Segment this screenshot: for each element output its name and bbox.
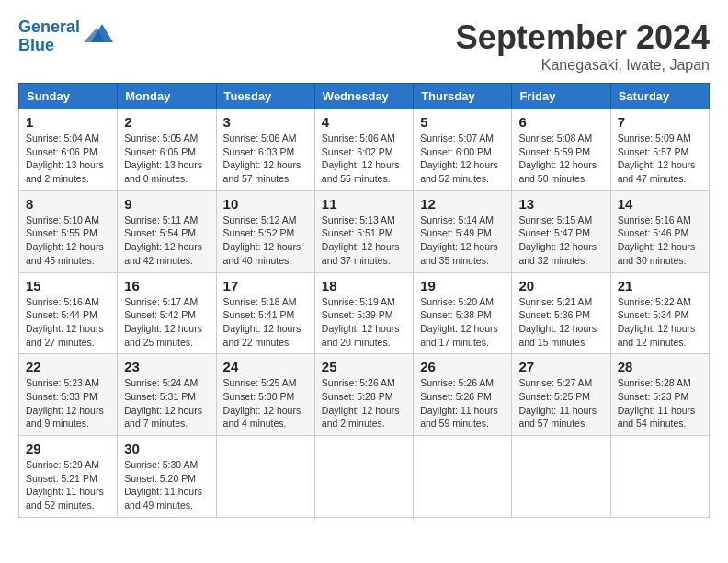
logo-text: GeneralBlue: [18, 18, 80, 55]
week-row-3: 15Sunrise: 5:16 AMSunset: 5:44 PMDayligh…: [19, 272, 710, 354]
location: Kanegasaki, Iwate, Japan: [456, 57, 710, 74]
day-number: 1: [26, 114, 110, 130]
day-info: Sunrise: 5:19 AMSunset: 5:39 PMDaylight:…: [322, 295, 406, 350]
day-info: Sunrise: 5:06 AMSunset: 6:02 PMDaylight:…: [322, 132, 406, 186]
day-info: Sunrise: 5:18 AMSunset: 5:41 PMDaylight:…: [223, 295, 308, 350]
day-info: Sunrise: 5:29 AMSunset: 5:21 PMDaylight:…: [26, 458, 110, 512]
day-info: Sunrise: 5:13 AMSunset: 5:51 PMDaylight:…: [322, 213, 406, 268]
day-number: 26: [420, 359, 505, 374]
calendar-cell: [216, 436, 314, 518]
calendar-cell: 18Sunrise: 5:19 AMSunset: 5:39 PMDayligh…: [314, 272, 413, 354]
calendar-cell: 30Sunrise: 5:30 AMSunset: 5:20 PMDayligh…: [118, 436, 216, 518]
day-info: Sunrise: 5:23 AMSunset: 5:33 PMDaylight:…: [26, 376, 110, 431]
calendar-cell: 26Sunrise: 5:26 AMSunset: 5:26 PMDayligh…: [414, 354, 512, 436]
day-info: Sunrise: 5:06 AMSunset: 6:03 PMDaylight:…: [223, 132, 308, 186]
page-header: GeneralBlue September 2024 Kanegasaki, I…: [18, 18, 710, 74]
day-info: Sunrise: 5:16 AMSunset: 5:46 PMDaylight:…: [618, 213, 702, 268]
day-number: 25: [322, 359, 406, 374]
week-row-4: 22Sunrise: 5:23 AMSunset: 5:33 PMDayligh…: [19, 354, 710, 436]
day-info: Sunrise: 5:24 AMSunset: 5:31 PMDaylight:…: [124, 376, 209, 431]
day-info: Sunrise: 5:15 AMSunset: 5:47 PMDaylight:…: [518, 213, 603, 268]
day-number: 22: [26, 359, 110, 374]
weekday-header-friday: Friday: [512, 84, 610, 109]
calendar-cell: 2Sunrise: 5:05 AMSunset: 6:05 PMDaylight…: [118, 109, 216, 191]
calendar-cell: 5Sunrise: 5:07 AMSunset: 6:00 PMDaylight…: [414, 109, 512, 191]
day-number: 2: [124, 114, 209, 130]
calendar-cell: 21Sunrise: 5:22 AMSunset: 5:34 PMDayligh…: [610, 272, 709, 354]
day-number: 30: [124, 441, 209, 456]
day-info: Sunrise: 5:26 AMSunset: 5:28 PMDaylight:…: [322, 376, 406, 431]
calendar-cell: 4Sunrise: 5:06 AMSunset: 6:02 PMDaylight…: [314, 109, 413, 191]
calendar-cell: 10Sunrise: 5:12 AMSunset: 5:52 PMDayligh…: [216, 190, 314, 272]
day-number: 12: [420, 196, 505, 212]
day-info: Sunrise: 5:09 AMSunset: 5:57 PMDaylight:…: [618, 132, 702, 186]
day-number: 3: [223, 114, 308, 130]
day-info: Sunrise: 5:11 AMSunset: 5:54 PMDaylight:…: [124, 213, 209, 268]
day-number: 9: [124, 196, 209, 212]
calendar-cell: 3Sunrise: 5:06 AMSunset: 6:03 PMDaylight…: [216, 109, 314, 191]
title-block: September 2024 Kanegasaki, Iwate, Japan: [456, 18, 710, 74]
calendar-cell: 1Sunrise: 5:04 AMSunset: 6:06 PMDaylight…: [19, 109, 118, 191]
day-info: Sunrise: 5:30 AMSunset: 5:20 PMDaylight:…: [124, 458, 209, 512]
day-info: Sunrise: 5:08 AMSunset: 5:59 PMDaylight:…: [518, 132, 603, 186]
calendar-cell: [414, 436, 512, 518]
calendar-cell: 17Sunrise: 5:18 AMSunset: 5:41 PMDayligh…: [216, 272, 314, 354]
day-number: 14: [618, 196, 702, 212]
day-info: Sunrise: 5:07 AMSunset: 6:00 PMDaylight:…: [420, 132, 505, 186]
calendar-cell: [610, 436, 709, 518]
calendar-table: SundayMondayTuesdayWednesdayThursdayFrid…: [18, 83, 710, 518]
calendar-cell: 29Sunrise: 5:29 AMSunset: 5:21 PMDayligh…: [19, 436, 118, 518]
calendar-cell: 13Sunrise: 5:15 AMSunset: 5:47 PMDayligh…: [512, 190, 610, 272]
day-info: Sunrise: 5:12 AMSunset: 5:52 PMDaylight:…: [223, 213, 308, 268]
day-number: 15: [26, 278, 110, 293]
weekday-header-tuesday: Tuesday: [216, 84, 314, 109]
day-number: 20: [518, 278, 603, 293]
day-number: 24: [223, 359, 308, 374]
day-number: 4: [322, 114, 406, 130]
weekday-header-monday: Monday: [118, 84, 216, 109]
day-number: 13: [518, 196, 603, 212]
weekday-header-wednesday: Wednesday: [314, 84, 413, 109]
day-number: 17: [223, 278, 308, 293]
day-number: 10: [223, 196, 308, 212]
day-info: Sunrise: 5:27 AMSunset: 5:25 PMDaylight:…: [518, 376, 603, 431]
logo: GeneralBlue: [18, 18, 113, 55]
weekday-header-row: SundayMondayTuesdayWednesdayThursdayFrid…: [19, 84, 710, 109]
day-number: 28: [618, 359, 702, 374]
day-info: Sunrise: 5:21 AMSunset: 5:36 PMDaylight:…: [518, 295, 603, 350]
weekday-header-saturday: Saturday: [610, 84, 709, 109]
day-info: Sunrise: 5:22 AMSunset: 5:34 PMDaylight:…: [618, 295, 702, 350]
calendar-body: 1Sunrise: 5:04 AMSunset: 6:06 PMDaylight…: [19, 109, 710, 518]
month-title: September 2024: [456, 18, 710, 57]
calendar-cell: [314, 436, 413, 518]
day-info: Sunrise: 5:10 AMSunset: 5:55 PMDaylight:…: [26, 213, 110, 268]
calendar-cell: 6Sunrise: 5:08 AMSunset: 5:59 PMDaylight…: [512, 109, 610, 191]
calendar-cell: 11Sunrise: 5:13 AMSunset: 5:51 PMDayligh…: [314, 190, 413, 272]
day-number: 5: [420, 114, 505, 130]
week-row-1: 1Sunrise: 5:04 AMSunset: 6:06 PMDaylight…: [19, 109, 710, 191]
calendar-cell: 22Sunrise: 5:23 AMSunset: 5:33 PMDayligh…: [19, 354, 118, 436]
day-info: Sunrise: 5:04 AMSunset: 6:06 PMDaylight:…: [26, 132, 110, 186]
calendar-cell: 19Sunrise: 5:20 AMSunset: 5:38 PMDayligh…: [414, 272, 512, 354]
day-number: 29: [26, 441, 110, 456]
calendar-cell: [512, 436, 610, 518]
calendar-cell: 15Sunrise: 5:16 AMSunset: 5:44 PMDayligh…: [19, 272, 118, 354]
calendar-cell: 7Sunrise: 5:09 AMSunset: 5:57 PMDaylight…: [610, 109, 709, 191]
calendar-cell: 9Sunrise: 5:11 AMSunset: 5:54 PMDaylight…: [118, 190, 216, 272]
calendar-cell: 20Sunrise: 5:21 AMSunset: 5:36 PMDayligh…: [512, 272, 610, 354]
day-number: 16: [124, 278, 209, 293]
day-number: 23: [124, 359, 209, 374]
day-info: Sunrise: 5:17 AMSunset: 5:42 PMDaylight:…: [124, 295, 209, 350]
calendar-cell: 12Sunrise: 5:14 AMSunset: 5:49 PMDayligh…: [414, 190, 512, 272]
day-info: Sunrise: 5:16 AMSunset: 5:44 PMDaylight:…: [26, 295, 110, 350]
day-info: Sunrise: 5:14 AMSunset: 5:49 PMDaylight:…: [420, 213, 505, 268]
calendar-cell: 23Sunrise: 5:24 AMSunset: 5:31 PMDayligh…: [118, 354, 216, 436]
calendar-cell: 24Sunrise: 5:25 AMSunset: 5:30 PMDayligh…: [216, 354, 314, 436]
day-number: 8: [26, 196, 110, 212]
day-info: Sunrise: 5:28 AMSunset: 5:23 PMDaylight:…: [618, 376, 702, 431]
day-number: 6: [518, 114, 603, 130]
day-info: Sunrise: 5:26 AMSunset: 5:26 PMDaylight:…: [420, 376, 505, 431]
calendar-cell: 14Sunrise: 5:16 AMSunset: 5:46 PMDayligh…: [610, 190, 709, 272]
week-row-2: 8Sunrise: 5:10 AMSunset: 5:55 PMDaylight…: [19, 190, 710, 272]
calendar-cell: 25Sunrise: 5:26 AMSunset: 5:28 PMDayligh…: [314, 354, 413, 436]
